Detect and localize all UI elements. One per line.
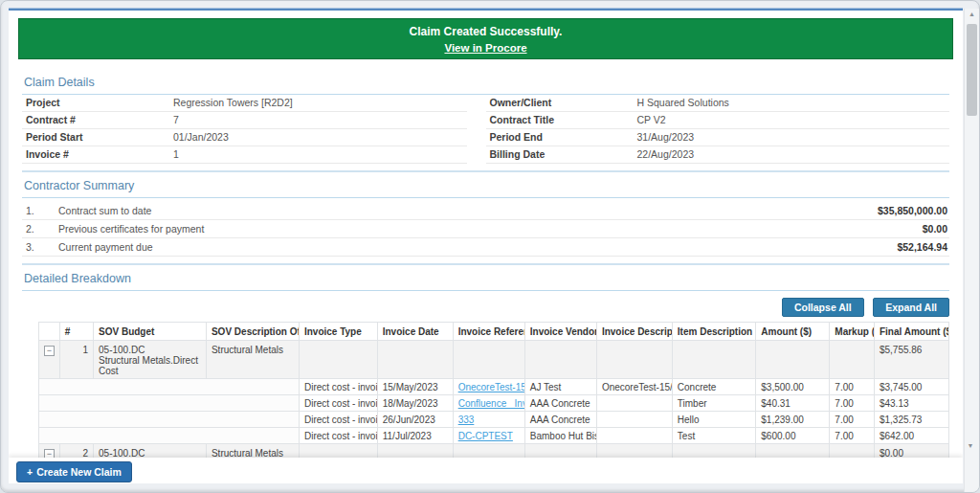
field-row-period-start: Period Start 01/Jan/2023 bbox=[22, 129, 467, 146]
col-item-description: Item Description bbox=[672, 323, 755, 341]
claim-details-left-column: Project Regression Towers [R2D2] Contrac… bbox=[22, 95, 486, 164]
field-value: CP V2 bbox=[637, 112, 950, 128]
col-amount: Amount ($) bbox=[756, 323, 830, 341]
invoice-date-cell: 18/May/2023 bbox=[377, 395, 453, 412]
invoice-description-cell bbox=[596, 395, 672, 412]
field-value: H Squared Solutions bbox=[637, 95, 950, 111]
plus-icon: + bbox=[27, 466, 33, 478]
col-expand bbox=[39, 323, 60, 341]
success-banner: Claim Created Successfully. View in Proc… bbox=[18, 18, 953, 59]
field-row-invoice-number: Invoice # 1 bbox=[22, 146, 467, 164]
summary-row: 3. Current payment due $52,164.94 bbox=[22, 238, 949, 257]
summary-row-label: Contract sum to date bbox=[47, 202, 878, 219]
item-description-cell: Concrete bbox=[672, 379, 755, 395]
invoice-vendor-cell: AAA Concrete bbox=[524, 412, 596, 428]
invoice-row: Direct cost - invoice 11/Jul/2023 DC-CPT… bbox=[39, 428, 949, 444]
col-invoice-type: Invoice Type bbox=[299, 323, 377, 341]
col-invoice-vendor: Invoice Vendor bbox=[524, 323, 596, 341]
summary-row-number: 3. bbox=[22, 238, 47, 256]
amount-cell: $600.00 bbox=[756, 428, 830, 444]
collapse-row-icon[interactable]: − bbox=[44, 346, 55, 356]
col-sov-description: SOV Description Of Work bbox=[206, 323, 299, 341]
table-scroll-down-icon[interactable]: ▼ bbox=[965, 442, 976, 454]
summary-row: 1. Contract sum to date $35,850,000.00 bbox=[22, 202, 949, 220]
claim-details-title: Claim Details bbox=[22, 69, 949, 95]
field-label: Owner/Client bbox=[486, 95, 637, 111]
scrollbar-thumb[interactable] bbox=[967, 24, 977, 116]
final-amount-cell: $43.13 bbox=[874, 395, 948, 412]
field-label: Period Start bbox=[22, 129, 173, 146]
contractor-summary-title: Contractor Summary bbox=[22, 172, 949, 198]
group-row-1: − 1 05-100.DC Structural Metals.Direct C… bbox=[39, 341, 949, 379]
invoice-reference-link[interactable]: 333 bbox=[458, 415, 475, 425]
footer-bar: +Create New Claim bbox=[9, 458, 963, 483]
col-invoice-date: Invoice Date bbox=[377, 323, 453, 341]
table-toolbar: Collapse All Expand All bbox=[22, 298, 949, 317]
field-value: Regression Towers [R2D2] bbox=[173, 95, 467, 111]
claim-details-right-column: Owner/Client H Squared Solutions Contrac… bbox=[486, 95, 950, 164]
banner-title: Claim Created Successfully. bbox=[19, 25, 952, 38]
field-value: 7 bbox=[173, 112, 467, 128]
field-row-project: Project Regression Towers [R2D2] bbox=[22, 95, 467, 112]
invoice-vendor-cell: AAA Concrete bbox=[524, 395, 596, 412]
col-final-amount: Final Amount ($) bbox=[874, 323, 948, 341]
invoice-date-cell: 15/May/2023 bbox=[377, 379, 453, 395]
final-amount-cell: $642.00 bbox=[874, 428, 948, 444]
contractor-summary-panel: Contractor Summary 1. Contract sum to da… bbox=[9, 172, 963, 265]
claim-details-panel: Claim Details Project Regression Towers … bbox=[9, 69, 963, 172]
sov-budget-cell: 05-100.DC Structural Metals.Direct Cost bbox=[94, 341, 207, 379]
markup-cell: 7.00 bbox=[830, 379, 875, 395]
field-row-billing-date: Billing Date 22/Aug/2023 bbox=[486, 146, 950, 164]
markup-cell: 7.00 bbox=[830, 428, 875, 444]
invoice-row: Direct cost - invoice 26/Jun/2023 333 AA… bbox=[39, 412, 949, 428]
vertical-scrollbar[interactable]: ▲ ▼ bbox=[964, 9, 979, 492]
summary-row: 2. Previous certificates for payment $0.… bbox=[22, 220, 949, 238]
scroll-up-icon[interactable]: ▲ bbox=[965, 11, 979, 22]
invoice-reference-link[interactable]: DC-CPTEST bbox=[458, 431, 513, 441]
app-window: Claim Created Successfully. View in Proc… bbox=[0, 0, 980, 493]
collapse-all-button[interactable]: Collapse All bbox=[782, 298, 864, 317]
field-label: Project bbox=[22, 95, 173, 111]
field-value: 31/Aug/2023 bbox=[637, 129, 950, 146]
invoice-reference-link[interactable]: Confluence _Inv bbox=[458, 398, 525, 409]
invoice-row: Direct cost - invoice 18/May/2023 Conflu… bbox=[39, 395, 949, 412]
expand-all-button[interactable]: Expand All bbox=[873, 298, 949, 317]
field-row-contract-title: Contract Title CP V2 bbox=[486, 112, 950, 129]
field-label: Invoice # bbox=[22, 146, 173, 163]
col-invoice-reference: Invoice Reference bbox=[453, 323, 524, 341]
create-new-claim-button[interactable]: +Create New Claim bbox=[16, 461, 132, 482]
group-final-amount: $5,755.86 bbox=[874, 341, 948, 379]
invoice-type-cell: Direct cost - invoice bbox=[299, 395, 377, 412]
amount-cell: $3,500.00 bbox=[756, 379, 830, 395]
create-new-claim-label: Create New Claim bbox=[36, 466, 122, 478]
detailed-breakdown-panel: Detailed Breakdown Collapse All Expand A… bbox=[9, 265, 963, 483]
field-label: Billing Date bbox=[486, 146, 637, 163]
col-invoice-description: Invoice Description bbox=[596, 323, 672, 341]
invoice-reference-link[interactable]: OnecoreTest-15/05 bbox=[458, 382, 525, 392]
markup-cell: 7.00 bbox=[830, 395, 875, 412]
budget-code: 05-100.DC bbox=[99, 345, 201, 355]
amount-cell: $40.31 bbox=[756, 395, 830, 412]
summary-row-amount: $0.00 bbox=[923, 220, 949, 237]
field-value: 1 bbox=[173, 146, 467, 163]
invoice-description-cell bbox=[596, 412, 672, 428]
final-amount-cell: $3,745.00 bbox=[874, 379, 948, 395]
final-amount-cell: $1,325.73 bbox=[874, 412, 948, 428]
invoice-type-cell: Direct cost - invoice bbox=[299, 379, 377, 395]
invoice-description-cell: OnecoreTest-15/05 bbox=[596, 379, 672, 395]
invoice-date-cell: 26/Jun/2023 bbox=[377, 412, 453, 428]
col-sov-budget: SOV Budget bbox=[94, 323, 207, 341]
table-header-row: # SOV Budget SOV Description Of Work Inv… bbox=[39, 323, 949, 341]
field-value: 22/Aug/2023 bbox=[637, 146, 950, 163]
field-row-period-end: Period End 31/Aug/2023 bbox=[486, 129, 950, 146]
item-description-cell: Timber bbox=[672, 395, 755, 412]
field-value: 01/Jan/2023 bbox=[173, 129, 467, 146]
view-in-procore-link[interactable]: View in Procore bbox=[444, 42, 526, 54]
group-number: 1 bbox=[59, 341, 93, 379]
invoice-description-cell bbox=[596, 428, 672, 444]
field-label: Period End bbox=[486, 129, 637, 146]
col-number: # bbox=[59, 323, 93, 341]
field-label: Contract Title bbox=[486, 112, 637, 128]
summary-row-label: Current payment due bbox=[47, 238, 897, 256]
invoice-vendor-cell: AJ Test bbox=[524, 379, 596, 395]
